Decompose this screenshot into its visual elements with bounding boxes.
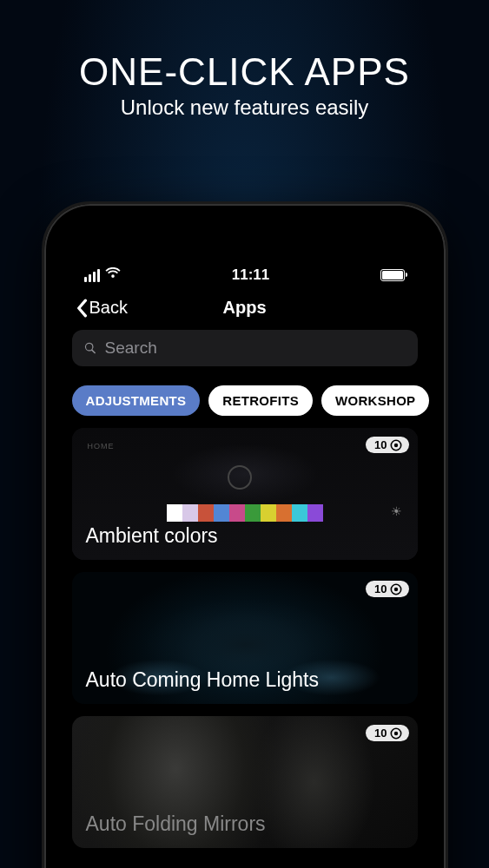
nav-title: Apps [223, 298, 267, 318]
promo-header: ONE-CLICK APPS Unlock new features easil… [0, 0, 489, 120]
filter-tabs: ADJUSTMENTS RETROFITS WORKSHOP [72, 385, 418, 416]
svg-point-5 [393, 731, 397, 734]
phone-frame: 11:11 Back Apps Search ADJUSTMENTS RETRO… [42, 201, 448, 868]
status-time: 11:11 [232, 266, 269, 284]
credits-badge: 10 [366, 581, 408, 597]
credits-icon [390, 727, 402, 740]
search-input[interactable]: Search [72, 330, 418, 366]
back-button[interactable]: Back [76, 298, 128, 318]
card-title: Auto Folding Mirrors [86, 812, 266, 836]
badge-value: 10 [374, 727, 387, 740]
credits-badge: 10 [366, 725, 408, 741]
status-right [380, 269, 405, 281]
back-label: Back [89, 298, 128, 318]
navigation-bar: Back Apps [72, 291, 418, 330]
credits-badge: 10 [366, 437, 408, 453]
badge-value: 10 [374, 582, 387, 595]
badge-value: 10 [374, 438, 387, 451]
card-title: Auto Coming Home Lights [86, 668, 319, 692]
brightness-icon: ☀ [391, 504, 402, 518]
search-icon [83, 340, 98, 356]
battery-icon [380, 269, 405, 281]
status-bar: 11:11 [72, 266, 418, 291]
app-card-ambient-colors[interactable]: ☀ 10 Ambient colors [72, 428, 418, 560]
promo-title: ONE-CLICK APPS [0, 50, 489, 94]
color-palette [167, 504, 323, 522]
tab-adjustments[interactable]: ADJUSTMENTS [72, 385, 201, 416]
cellular-signal-icon [84, 269, 100, 282]
status-left [84, 266, 121, 284]
credits-icon [390, 583, 402, 595]
app-card-coming-home-lights[interactable]: 10 Auto Coming Home Lights [72, 572, 418, 704]
tab-retrofits[interactable]: RETROFITS [208, 385, 313, 416]
svg-point-3 [393, 587, 397, 590]
svg-point-1 [393, 443, 397, 446]
credits-icon [390, 439, 402, 451]
app-card-folding-mirrors[interactable]: 10 Auto Folding Mirrors [72, 716, 418, 848]
promo-subtitle: Unlock new features easily [0, 95, 489, 120]
phone-screen: 11:11 Back Apps Search ADJUSTMENTS RETRO… [56, 216, 433, 868]
tab-workshop[interactable]: WORKSHOP [321, 385, 429, 416]
wifi-icon [105, 266, 121, 284]
search-placeholder: Search [105, 339, 157, 358]
card-title: Ambient colors [86, 524, 218, 548]
